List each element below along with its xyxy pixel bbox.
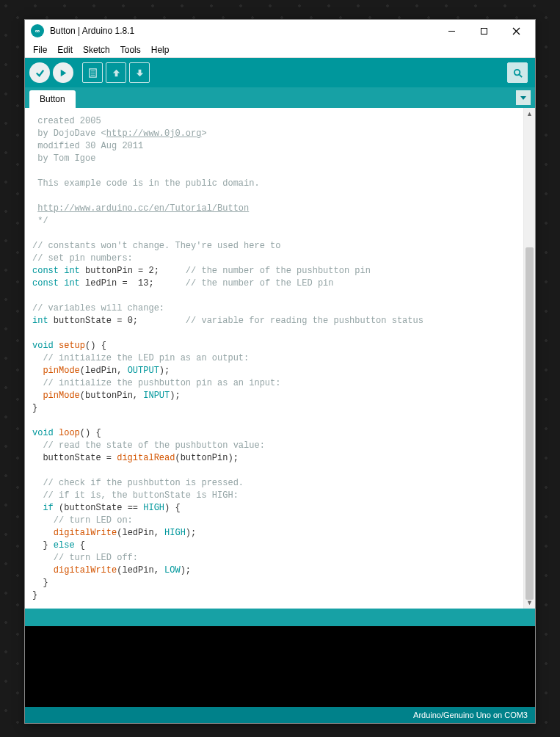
serial-monitor-button[interactable] — [507, 62, 528, 83]
code-editor[interactable]: created 2005 by DojoDave <http://www.0j0… — [25, 108, 523, 609]
svg-marker-13 — [520, 96, 526, 100]
arduino-ide-window: ∞ Button | Arduino 1.8.1 File Edit Sketc… — [24, 19, 536, 724]
svg-marker-10 — [136, 69, 142, 76]
maximize-button[interactable] — [468, 20, 500, 42]
status-strip — [25, 609, 535, 626]
board-port-label: Arduino/Genuino Uno on COM3 — [413, 711, 528, 719]
svg-point-11 — [514, 69, 520, 75]
menu-file[interactable]: File — [28, 43, 52, 57]
console-output[interactable] — [25, 626, 535, 707]
menu-help[interactable]: Help — [146, 43, 175, 57]
minimize-button[interactable] — [435, 20, 468, 42]
svg-marker-4 — [60, 69, 66, 76]
scroll-thumb[interactable] — [526, 247, 534, 600]
scroll-up-arrow-icon[interactable]: ▲ — [524, 108, 535, 120]
open-sketch-button[interactable] — [106, 62, 126, 83]
footer-status: Arduino/Genuino Uno on COM3 — [25, 707, 535, 723]
svg-rect-1 — [481, 28, 487, 34]
tab-menu-button[interactable] — [516, 90, 531, 105]
scroll-down-arrow-icon[interactable]: ▼ — [524, 597, 535, 609]
new-sketch-button[interactable] — [82, 62, 103, 83]
tabbar: Button — [25, 87, 535, 108]
close-button[interactable] — [500, 20, 532, 42]
menu-edit[interactable]: Edit — [52, 43, 78, 57]
save-sketch-button[interactable] — [129, 62, 150, 83]
window-controls — [435, 20, 532, 42]
titlebar: ∞ Button | Arduino 1.8.1 — [25, 20, 535, 42]
window-title: Button | Arduino 1.8.1 — [50, 26, 435, 36]
upload-button[interactable] — [53, 62, 73, 83]
vertical-scrollbar[interactable]: ▲ ▼ — [523, 108, 535, 609]
svg-line-12 — [519, 74, 522, 77]
toolbar — [25, 58, 535, 87]
editor-area: created 2005 by DojoDave <http://www.0j0… — [25, 108, 535, 609]
menubar: File Edit Sketch Tools Help — [25, 42, 535, 58]
arduino-logo-icon: ∞ — [31, 24, 44, 37]
tab-button[interactable]: Button — [29, 90, 76, 108]
menu-sketch[interactable]: Sketch — [78, 43, 115, 57]
verify-button[interactable] — [29, 62, 50, 83]
svg-marker-9 — [112, 69, 119, 76]
menu-tools[interactable]: Tools — [115, 43, 146, 57]
